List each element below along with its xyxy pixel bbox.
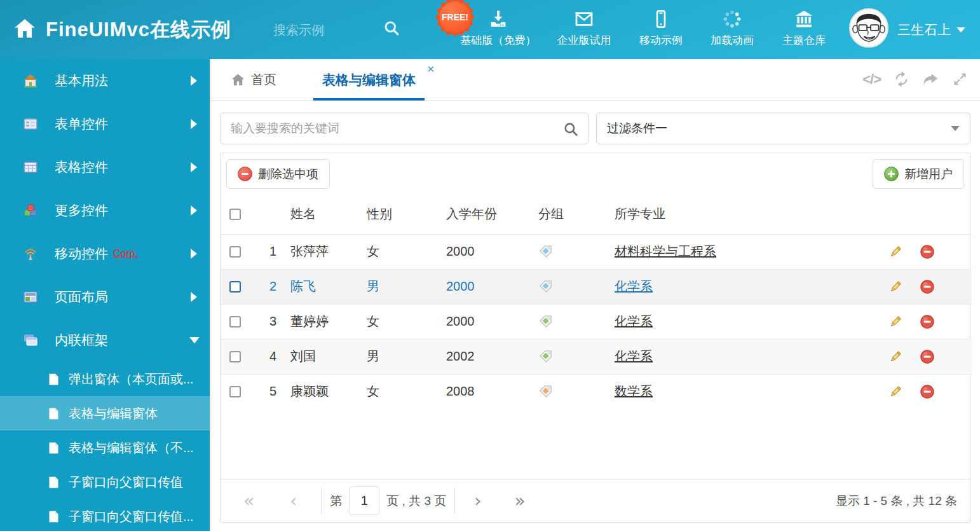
column-header-name[interactable]: 姓名 [290,195,367,234]
user-avatar[interactable] [849,8,888,48]
keyword-search-input[interactable] [221,113,588,144]
major-link[interactable]: 化学系 [615,279,653,293]
major-link[interactable]: 材料科学与工程系 [615,244,716,258]
sidebar-item-more-controls[interactable]: 更多控件 [0,189,210,232]
sidebar-subitem-popup-window[interactable]: 弹出窗体（本页面或... [0,362,210,396]
row-checkbox[interactable] [229,316,241,328]
row-checkbox[interactable] [229,351,241,362]
row-number: 5 [255,374,290,409]
row-number: 1 [255,234,290,269]
nav-item-mobile-demo[interactable]: 移动示例 [628,9,694,48]
table-row[interactable]: 5 康颖颖 女 2008 数学系 [221,374,972,409]
chevron-right-icon [191,119,197,129]
nav-item-enterprise-trial[interactable]: 企业版试用 [547,9,622,48]
delete-row-icon[interactable] [920,314,935,329]
delete-row-icon[interactable] [920,349,935,364]
user-menu[interactable]: 三生石上 [897,21,965,39]
table-row[interactable]: 1 张萍萍 女 2000 材料科学与工程系 [221,234,972,269]
sidebar-item-form-controls[interactable]: 表单控件 [0,102,210,146]
cell-gender: 女 [367,374,446,409]
file-icon [47,373,60,386]
tab-bar: 首页 表格与编辑窗体 ✕ </> [210,59,980,101]
source-code-icon[interactable]: </> [862,71,881,88]
row-checkbox[interactable] [229,246,241,258]
table-row[interactable]: 3 董婷婷 女 2000 化学系 [221,304,972,339]
next-page-button[interactable]: › [474,492,481,510]
nav-item-label: 加载动画 [711,33,754,48]
delete-row-icon[interactable] [920,244,935,259]
nav-item-label: 移动示例 [639,33,683,48]
tab-grid-edit-window[interactable]: 表格与编辑窗体 ✕ [313,59,425,100]
major-link[interactable]: 化学系 [615,349,653,363]
last-page-button[interactable]: » [515,492,526,510]
sidebar-item-label: 移动控件 [55,245,108,263]
sidebar-item-mobile-controls[interactable]: 移动控件 Corp. [0,232,210,275]
antenna-icon [23,246,38,261]
sidebar-subitem-child-to-parent[interactable]: 子窗口向父窗口传值 [0,465,210,499]
major-link[interactable]: 化学系 [615,314,653,328]
refresh-icon[interactable] [893,71,910,88]
edit-pencil-icon[interactable] [888,279,903,294]
sidebar-item-page-layout[interactable]: 页面布局 [0,275,210,319]
sidebar-subitem-label: 表格与编辑窗体（不... [69,439,194,457]
cell-name: 董婷婷 [290,304,367,339]
download-icon [488,9,508,29]
column-header-year[interactable]: 入学年份 [446,195,538,234]
table-header-row: 姓名 性别 入学年份 分组 所学专业 [221,195,972,234]
sidebar-item-iframe[interactable]: 内联框架 [0,319,210,362]
nav-item-loading-animation[interactable]: 加载动画 [700,9,764,48]
row-number: 4 [255,339,290,374]
cell-gender: 男 [367,269,446,304]
close-icon[interactable]: ✕ [426,64,435,75]
cell-gender: 女 [367,234,446,269]
chevron-right-icon [191,162,197,172]
edit-pencil-icon[interactable] [888,384,903,399]
sidebar-item-grid-controls[interactable]: 表格控件 [0,146,210,189]
share-icon[interactable] [922,71,939,88]
prev-page-button[interactable]: ‹ [290,492,297,510]
delete-row-icon[interactable] [920,279,935,294]
table-row[interactable]: 4 刘国 男 2002 化学系 [221,339,972,374]
minus-circle-icon [238,167,252,181]
sidebar: 基本用法 表单控件 表格控件 更多控件 移动控件 Corp. 页面布局 内联框架… [0,59,210,531]
sidebar-subitem-grid-edit-window-2[interactable]: 表格与编辑窗体（不... [0,431,210,465]
select-all-checkbox[interactable] [229,209,241,220]
table-row-selected[interactable]: 2 陈飞 男 2000 化学系 [221,269,972,304]
row-checkbox[interactable] [229,281,241,293]
delete-selected-button[interactable]: 删除选中项 [226,159,330,189]
expand-icon[interactable] [951,71,969,88]
column-header-gender[interactable]: 性别 [367,195,446,234]
tag-icon [538,244,553,259]
edit-pencil-icon[interactable] [888,244,903,259]
major-link[interactable]: 数学系 [615,384,653,398]
row-checkbox[interactable] [229,386,241,397]
page-number-input[interactable] [349,486,379,515]
sidebar-subitem-grid-edit-window[interactable]: 表格与编辑窗体 [0,396,210,431]
edit-pencil-icon[interactable] [888,349,903,364]
delete-row-icon[interactable] [920,384,935,399]
column-header-group[interactable]: 分组 [538,195,615,234]
file-icon [47,510,60,523]
edit-pencil-icon[interactable] [888,314,903,329]
sidebar-subitem-label: 表格与编辑窗体 [69,405,158,422]
column-header-major[interactable]: 所学专业 [615,195,888,234]
sidebar-item-basic-usage[interactable]: 基本用法 [0,59,210,102]
tag-icon [538,314,553,329]
search-icon[interactable] [562,121,579,137]
file-icon [47,441,60,455]
header-search-input[interactable] [273,19,369,41]
keyword-search-box [220,113,589,144]
chevron-down-icon [189,337,200,343]
nav-item-theme-store[interactable]: 主题仓库 [770,9,838,48]
cell-name: 陈飞 [290,269,367,304]
first-page-button[interactable]: « [243,492,254,510]
filter-dropdown[interactable]: 过滤条件一 [596,113,970,144]
sidebar-subitem-child-to-parent-2[interactable]: 子窗口向父窗口传值... [0,499,210,531]
nav-item-basic-free[interactable]: 基础版（免费） [456,9,540,48]
tab-home[interactable]: 首页 [231,59,276,100]
row-number: 3 [255,304,290,339]
add-user-button[interactable]: 新增用户 [873,159,964,189]
header-search-icon[interactable] [383,19,400,37]
home-icon[interactable] [13,17,37,41]
chevron-right-icon [191,249,197,259]
